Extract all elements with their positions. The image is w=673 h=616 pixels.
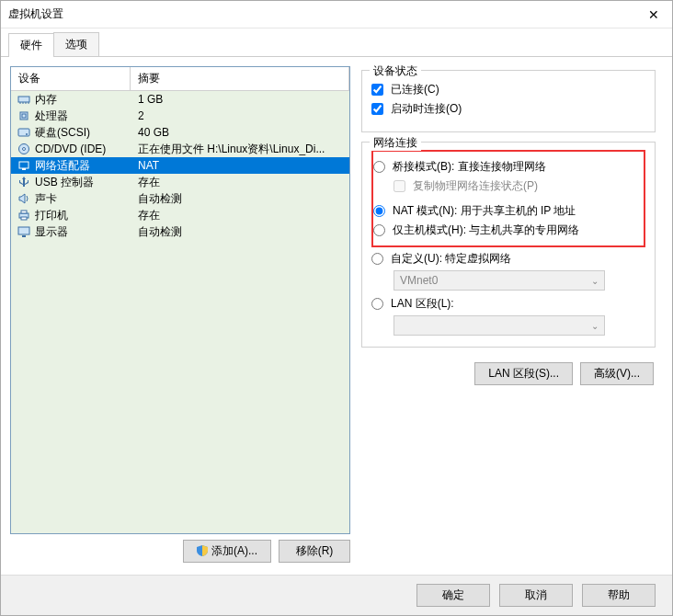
tabstrip: 硬件 选项 (1, 29, 672, 57)
left-panel: 设备 摘要 内存1 GB处理器2硬盘(SCSI)40 GBCD/DVD (IDE… (10, 66, 350, 563)
device-state-title: 设备状态 (370, 63, 421, 79)
tab-hardware[interactable]: 硬件 (8, 33, 54, 57)
right-buttons: LAN 区段(S)... 高级(V)... (361, 362, 656, 385)
svg-rect-15 (21, 217, 27, 220)
replicate-label: 复制物理网络连接状态(P) (413, 178, 538, 194)
svg-rect-17 (22, 235, 26, 237)
connected-checkbox[interactable] (371, 84, 383, 96)
device-name: 显示器 (35, 224, 131, 240)
footer: 确定 取消 帮助 (1, 575, 672, 615)
device-row-cd[interactable]: CD/DVD (IDE)正在使用文件 H:\Linux资料\Linux_Di..… (11, 141, 349, 157)
display-icon (17, 224, 31, 239)
bridged-radio[interactable] (373, 161, 385, 173)
disk-icon (17, 125, 31, 140)
custom-radio-row[interactable]: 自定义(U): 特定虚拟网络 (371, 251, 645, 267)
cd-icon (17, 142, 31, 156)
connected-label: 已连接(C) (391, 82, 439, 97)
add-button[interactable]: 添加(A)... (183, 540, 271, 563)
advanced-button[interactable]: 高级(V)... (580, 362, 654, 385)
device-list-header: 设备 摘要 (11, 67, 349, 91)
titlebar: 虚拟机设置 ✕ (1, 1, 672, 29)
remove-button[interactable]: 移除(R) (279, 540, 350, 563)
device-row-display[interactable]: 显示器自动检测 (11, 223, 349, 240)
shield-icon (197, 545, 208, 556)
device-row-usb[interactable]: USB 控制器存在 (11, 174, 349, 190)
svg-rect-0 (18, 97, 29, 102)
device-summary: 40 GB (131, 126, 349, 139)
lan-segment-dropdown: ⌄ (394, 315, 605, 336)
device-name: 网络适配器 (35, 158, 131, 174)
bridged-label: 桥接模式(B): 直接连接物理网络 (393, 159, 546, 175)
cancel-button[interactable]: 取消 (499, 584, 573, 607)
content: 设备 摘要 内存1 GB处理器2硬盘(SCSI)40 GBCD/DVD (IDE… (1, 57, 672, 572)
nat-radio-row[interactable]: NAT 模式(N): 用于共享主机的 IP 地址 (373, 203, 644, 219)
help-button[interactable]: 帮助 (582, 584, 656, 607)
connect-on-start-label: 启动时连接(O) (391, 101, 462, 117)
custom-radio[interactable] (371, 253, 383, 265)
net-icon (17, 158, 31, 173)
device-list: 设备 摘要 内存1 GB处理器2硬盘(SCSI)40 GBCD/DVD (IDE… (10, 66, 350, 534)
device-row-sound[interactable]: 声卡自动检测 (11, 190, 349, 207)
lan-segment-radio[interactable] (371, 298, 383, 310)
replicate-checkbox-row: 复制物理网络连接状态(P) (394, 178, 644, 194)
add-button-label: 添加(A)... (211, 544, 257, 557)
list-buttons: 添加(A)... 移除(R) (10, 534, 350, 563)
device-name: CD/DVD (IDE) (35, 143, 131, 155)
device-state-group: 设备状态 已连接(C) 启动时连接(O) (361, 70, 656, 132)
svg-rect-14 (21, 211, 27, 213)
device-name: 处理器 (35, 108, 131, 124)
connect-on-start-row[interactable]: 启动时连接(O) (371, 101, 645, 117)
device-name: 打印机 (35, 208, 131, 223)
chevron-down-icon: ⌄ (591, 321, 599, 331)
hostonly-radio-row[interactable]: 仅主机模式(H): 与主机共享的专用网络 (373, 222, 644, 238)
nat-radio[interactable] (373, 205, 385, 217)
sound-icon (17, 191, 31, 206)
device-row-printer[interactable]: 打印机存在 (11, 207, 349, 223)
highlight-box: 桥接模式(B): 直接连接物理网络 复制物理网络连接状态(P) NAT 模式(N… (371, 150, 645, 247)
svg-point-10 (23, 148, 26, 151)
bridged-radio-row[interactable]: 桥接模式(B): 直接连接物理网络 (373, 159, 644, 175)
hostonly-label: 仅主机模式(H): 与主机共享的专用网络 (393, 222, 579, 238)
col-device[interactable]: 设备 (11, 67, 131, 90)
connect-on-start-checkbox[interactable] (371, 103, 383, 115)
custom-vmnet-value: VMnet0 (400, 274, 438, 287)
chevron-down-icon: ⌄ (591, 276, 599, 286)
network-connection-title: 网络连接 (370, 135, 421, 151)
tab-options[interactable]: 选项 (53, 32, 99, 56)
device-summary: 自动检测 (131, 224, 349, 240)
device-row-memory[interactable]: 内存1 GB (11, 91, 349, 108)
device-summary: 存在 (131, 175, 349, 190)
device-summary: 存在 (131, 208, 349, 223)
custom-label: 自定义(U): 特定虚拟网络 (391, 251, 511, 267)
col-summary[interactable]: 摘要 (131, 67, 349, 90)
device-summary: 自动检测 (131, 191, 349, 207)
device-summary: 1 GB (131, 93, 349, 106)
hostonly-radio[interactable] (373, 224, 385, 236)
printer-icon (17, 208, 31, 222)
device-row-disk[interactable]: 硬盘(SCSI)40 GB (11, 124, 349, 141)
right-panel: 设备状态 已连接(C) 启动时连接(O) 网络连接 桥接模式(B): 直接连接物… (361, 66, 663, 563)
usb-icon (17, 175, 31, 189)
close-button[interactable]: ✕ (635, 1, 672, 29)
lan-segments-button[interactable]: LAN 区段(S)... (474, 362, 573, 385)
device-row-cpu[interactable]: 处理器2 (11, 108, 349, 124)
lan-segment-label: LAN 区段(L): (391, 296, 454, 312)
ok-button[interactable]: 确定 (416, 584, 490, 607)
network-connection-group: 网络连接 桥接模式(B): 直接连接物理网络 复制物理网络连接状态(P) NAT… (361, 142, 656, 348)
svg-rect-11 (19, 162, 29, 168)
cpu-icon (17, 108, 31, 123)
svg-point-8 (26, 133, 28, 135)
device-name: 声卡 (35, 191, 131, 207)
nat-label: NAT 模式(N): 用于共享主机的 IP 地址 (393, 203, 576, 219)
lan-segment-radio-row[interactable]: LAN 区段(L): (371, 296, 645, 312)
window-title: 虚拟机设置 (8, 6, 63, 22)
replicate-checkbox (394, 180, 405, 192)
device-name: 硬盘(SCSI) (35, 125, 131, 141)
custom-vmnet-dropdown: VMnet0 ⌄ (394, 270, 605, 291)
memory-icon (17, 92, 31, 107)
device-name: 内存 (35, 92, 131, 108)
device-row-net[interactable]: 网络适配器NAT (11, 157, 349, 174)
device-summary: 2 (131, 109, 349, 122)
svg-rect-16 (18, 227, 29, 234)
connected-checkbox-row[interactable]: 已连接(C) (371, 82, 645, 97)
